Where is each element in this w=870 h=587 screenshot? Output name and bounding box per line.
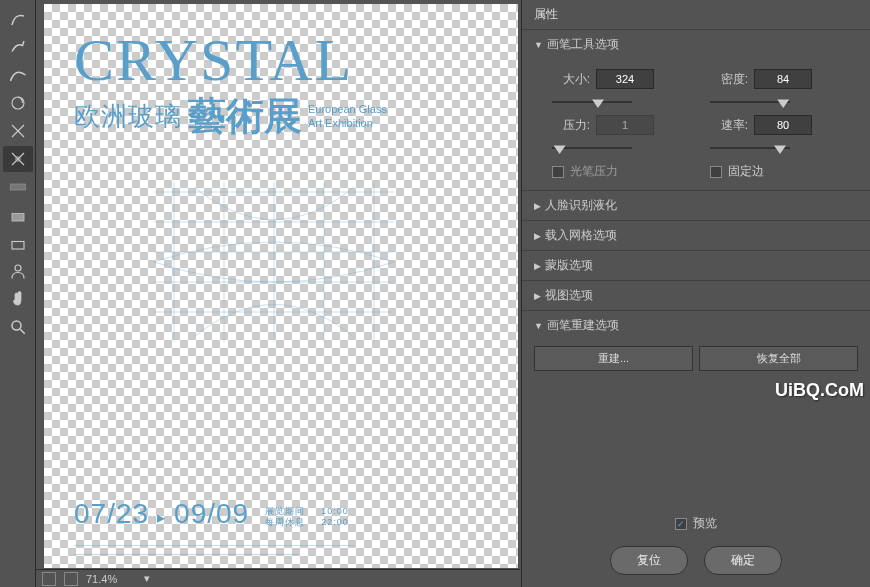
stylus-label: 光笔压力 (570, 163, 618, 180)
pucker-tool[interactable] (3, 118, 33, 144)
statusbar-icon[interactable] (42, 572, 56, 586)
face-tool[interactable] (3, 258, 33, 284)
preview-checkbox[interactable]: ✓ (675, 518, 687, 530)
panel-footer: ✓ 预览 复位 确定 (522, 515, 870, 575)
pressure-label: 压力: (552, 117, 590, 134)
brush-options-header[interactable]: ▼ 画笔工具选项 (522, 30, 870, 59)
properties-panel: 属性 ▼ 画笔工具选项 大小: 压力: (521, 0, 870, 587)
thaw-tool[interactable] (3, 230, 33, 256)
density-label: 密度: (710, 71, 748, 88)
statusbar-icon-2[interactable] (64, 572, 78, 586)
brush-options-section: ▼ 画笔工具选项 大小: 压力: (522, 29, 870, 190)
collapse-icon: ▶ (534, 201, 541, 211)
zoom-dropdown-icon[interactable]: ▾ (144, 572, 150, 585)
poster-sub-en: European GlassArt Exhibition (308, 103, 387, 129)
collapse-icon: ▶ (534, 231, 541, 241)
smooth-tool[interactable] (3, 62, 33, 88)
svg-rect-3 (12, 214, 24, 222)
twirl-tool[interactable] (3, 90, 33, 116)
statusbar: 71.4% ▾ (36, 569, 520, 587)
poster-footer-text: ————————————————————————————————————————… (74, 540, 488, 558)
bloat-tool[interactable] (3, 146, 33, 172)
poster-sub-cn1: 欧洲玻璃 (74, 99, 182, 134)
canvas-area[interactable]: CRYSTAL 欧洲玻璃 藝術展 European GlassArt Exhib… (44, 4, 518, 568)
mesh-options-header[interactable]: ▶载入网格选项 (522, 221, 870, 250)
hand-tool[interactable] (3, 286, 33, 312)
collapse-icon: ▶ (534, 261, 541, 271)
pressure-slider[interactable] (552, 141, 632, 155)
poster-title: CRYSTAL (74, 26, 488, 95)
poster-sub-cn2: 藝術展 (188, 91, 302, 142)
rate-input[interactable] (754, 115, 812, 135)
svg-point-5 (15, 265, 21, 271)
ok-button[interactable]: 确定 (704, 546, 782, 575)
collapse-icon: ▶ (534, 291, 541, 301)
poster-content: CRYSTAL 欧洲玻璃 藝術展 European GlassArt Exhib… (44, 4, 518, 568)
preview-label: 预览 (693, 515, 717, 532)
poster-subtitle-row: 欧洲玻璃 藝術展 European GlassArt Exhibition (74, 91, 488, 142)
pin-edges-label: 固定边 (728, 163, 764, 180)
rate-slider[interactable] (710, 141, 790, 155)
svg-point-0 (12, 97, 24, 109)
svg-point-6 (12, 321, 21, 330)
density-input[interactable] (754, 69, 812, 89)
density-slider[interactable] (710, 95, 790, 109)
restore-all-button[interactable]: 恢复全部 (699, 346, 858, 371)
poster-dates: 07/23 ▸ 09/09 展览期间每周休息 10:0022:00 (74, 498, 349, 530)
rate-label: 速率: (710, 117, 748, 134)
panel-title: 属性 (522, 0, 870, 29)
poster-wireframe (134, 172, 414, 352)
view-options-header[interactable]: ▶视图选项 (522, 281, 870, 310)
size-slider[interactable] (552, 95, 632, 109)
size-label: 大小: (552, 71, 590, 88)
svg-rect-4 (12, 242, 24, 250)
zoom-tool[interactable] (3, 314, 33, 340)
svg-rect-2 (11, 184, 26, 190)
pin-edges-checkbox[interactable] (710, 166, 722, 178)
left-toolbar (0, 0, 36, 587)
expand-icon: ▼ (534, 40, 543, 50)
face-liquify-header[interactable]: ▶人脸识别液化 (522, 191, 870, 220)
reconstruct-tool[interactable] (3, 34, 33, 60)
pressure-input[interactable] (596, 115, 654, 135)
rebuild-button[interactable]: 重建... (534, 346, 693, 371)
push-tool[interactable] (3, 174, 33, 200)
reconstruct-header[interactable]: ▼画笔重建选项 (522, 311, 870, 340)
warp-tool[interactable] (3, 6, 33, 32)
freeze-tool[interactable] (3, 202, 33, 228)
reset-button[interactable]: 复位 (610, 546, 688, 575)
reconstruct-section: ▼画笔重建选项 重建... 恢复全部 (522, 310, 870, 377)
stylus-checkbox[interactable] (552, 166, 564, 178)
expand-icon: ▼ (534, 321, 543, 331)
zoom-value[interactable]: 71.4% (86, 573, 136, 585)
svg-line-7 (20, 329, 25, 334)
size-input[interactable] (596, 69, 654, 89)
mask-options-header[interactable]: ▶蒙版选项 (522, 251, 870, 280)
